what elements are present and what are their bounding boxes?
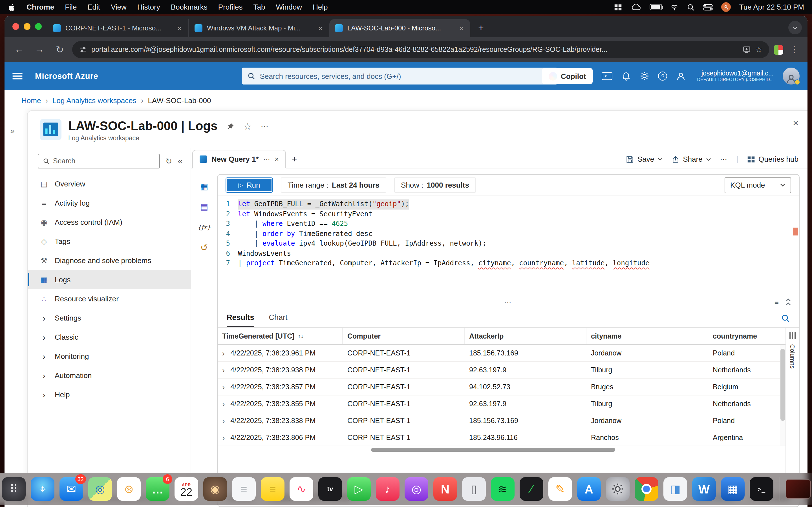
cloud-icon[interactable] <box>630 3 641 11</box>
sidebar-item-settings[interactable]: ›Settings <box>28 308 191 327</box>
sort-icon[interactable]: ↑↓ <box>298 333 304 339</box>
dock-word[interactable]: W <box>692 476 716 501</box>
portal-menu-icon[interactable] <box>12 73 22 79</box>
dock-activity[interactable]: ∿ <box>289 476 314 501</box>
save-button[interactable]: Save <box>626 155 663 163</box>
chrome-menu-icon[interactable]: ⋮ <box>788 45 801 55</box>
more-commands-icon[interactable]: ⋯ <box>720 155 727 163</box>
notifications-bell-icon[interactable] <box>622 71 631 81</box>
azure-brand[interactable]: Microsoft Azure <box>35 71 98 80</box>
horizontal-scrollbar[interactable] <box>218 447 785 453</box>
menubar-item[interactable]: Profiles <box>218 3 243 11</box>
editor-line[interactable]: 5 | evaluate ipv4_lookup(GeoIPDB_FULL, I… <box>218 239 799 249</box>
back-button[interactable]: ← <box>11 42 27 57</box>
row-expand-icon[interactable]: › <box>222 382 225 391</box>
collapse-sidebar-icon[interactable]: « <box>177 156 183 166</box>
menubar-item[interactable]: Chrome <box>27 3 54 11</box>
dock-news[interactable]: N <box>433 476 458 501</box>
run-button[interactable]: ▷Run <box>225 177 273 193</box>
kql-mode-select[interactable]: KQL mode <box>725 177 791 193</box>
sidebar-item-classic[interactable]: ›Classic <box>28 327 191 346</box>
menubar-item[interactable]: View <box>111 3 126 11</box>
account-avatar[interactable] <box>783 68 800 84</box>
editor-line[interactable]: 4 | order by TimeGenerated desc <box>218 229 799 239</box>
sidebar-item-resource-visualizer[interactable]: ∴Resource visualizer <box>28 289 191 308</box>
settings-gear-icon[interactable] <box>640 71 649 80</box>
sidebar-item-activity-log[interactable]: ≡Activity log <box>28 193 191 212</box>
browser-tab[interactable]: LAW-SOC-Lab-000 - Microso...× <box>329 19 470 37</box>
global-search[interactable] <box>242 68 558 84</box>
row-expand-icon[interactable]: › <box>222 399 225 408</box>
new-tab-button[interactable]: + <box>474 21 488 36</box>
editor-line[interactable]: 1let GeoIPDB_FULL = _GetWatchlist("geoip… <box>218 200 799 209</box>
row-expand-icon[interactable]: › <box>222 416 225 425</box>
sidebar-search[interactable] <box>38 154 160 168</box>
sidebar-item-help[interactable]: ›Help <box>28 385 191 404</box>
dock-chrome[interactable] <box>634 476 659 501</box>
column-header-5[interactable]: countryname <box>708 328 785 344</box>
dock-photos[interactable]: ⊛ <box>116 476 141 501</box>
tab-close-icon[interactable]: × <box>317 24 324 33</box>
hscroll-thumb[interactable] <box>371 448 615 452</box>
functions-icon[interactable]: {ƒx} <box>198 221 210 233</box>
table-row[interactable]: ›4/22/2025, 7:38:23.838 PMCORP-NET-EAST-… <box>218 412 785 429</box>
table-row[interactable]: ›4/22/2025, 7:38:23.806 PMCORP-NET-EAST-… <box>218 429 785 446</box>
dock-podcasts[interactable]: ◎ <box>404 476 429 501</box>
column-header-2[interactable]: Computer <box>343 328 465 344</box>
query-tab-menu-icon[interactable]: ⋯ <box>263 155 270 163</box>
global-search-input[interactable] <box>260 72 552 80</box>
breadcrumb-item[interactable]: LAW-SOC-Lab-000 <box>148 96 211 105</box>
menubar-item[interactable]: History <box>137 3 160 11</box>
dock-music[interactable]: ♪ <box>375 476 400 501</box>
sidebar-item-diagnose[interactable]: ⚒Diagnose and solve problems <box>28 251 191 270</box>
editor-line[interactable]: 2let WindowsEvents = SecurityEvent <box>218 209 799 219</box>
apple-menu-icon[interactable] <box>8 3 16 11</box>
query-tab[interactable]: New Query 1* ⋯ × <box>192 150 286 168</box>
menubar-clock[interactable]: Tue Apr 22 5:10 PM <box>739 3 804 11</box>
window-minimize-button[interactable] <box>24 23 31 30</box>
dock-screenshot-preview[interactable] <box>786 476 811 501</box>
column-header-1[interactable]: TimeGenerated [UTC]↑↓ <box>218 328 343 344</box>
editor-line[interactable]: 7| project TimeGenerated, Computer, Atta… <box>218 259 799 269</box>
dock-system-settings[interactable] <box>605 476 630 501</box>
refresh-icon[interactable]: ↻ <box>165 157 172 166</box>
spotlight-search-icon[interactable] <box>687 3 695 11</box>
columns-panel-toggle[interactable]: Columns <box>785 328 799 483</box>
control-center-icon[interactable] <box>703 4 713 10</box>
dock-iphone-mirroring[interactable]: ▯ <box>462 476 486 501</box>
dock-apple-tv[interactable]: tv <box>318 476 343 501</box>
sidebar-item-tags[interactable]: ◇Tags <box>28 231 191 251</box>
site-settings-icon[interactable] <box>79 46 87 54</box>
browser-tab[interactable]: CORP-NET-EAST-1 - Microso...× <box>47 19 188 37</box>
query-tab-close-icon[interactable]: × <box>274 155 279 163</box>
tab-close-icon[interactable]: × <box>176 24 183 33</box>
window-close-button[interactable] <box>12 23 19 30</box>
example-queries-icon[interactable]: ▤ <box>198 201 210 212</box>
dock-launchpad[interactable]: ⠿ <box>1 476 26 501</box>
queries-hub-button[interactable]: Queries hub <box>747 155 799 163</box>
account-info[interactable]: josephidowu1@gmail.c... DEFAULT DIRECTOR… <box>697 69 774 83</box>
favorite-star-icon[interactable]: ☆ <box>244 121 252 131</box>
editor-line[interactable]: 6WindowsEvents <box>218 249 799 259</box>
help-icon[interactable]: ? <box>658 71 667 80</box>
collapse-editor-icon[interactable] <box>785 298 791 306</box>
table-row[interactable]: ›4/22/2025, 7:38:23.857 PMCORP-NET-EAST-… <box>218 379 785 395</box>
row-expand-icon[interactable]: › <box>222 365 225 374</box>
menubar-item[interactable]: File <box>65 3 77 11</box>
table-row[interactable]: ›4/22/2025, 7:38:23.961 PMCORP-NET-EAST-… <box>218 345 785 362</box>
pin-icon[interactable] <box>227 122 235 130</box>
dock-stickies[interactable]: ≡ <box>260 476 285 501</box>
sidebar-item-logs[interactable]: ▦Logs <box>28 270 191 289</box>
dock-photo-booth[interactable]: ◉ <box>203 476 227 501</box>
new-query-tab-button[interactable]: + <box>292 154 297 165</box>
forward-button[interactable]: → <box>32 42 47 57</box>
reload-button[interactable]: ↻ <box>52 42 68 57</box>
tab-close-icon[interactable]: × <box>458 24 465 33</box>
sidebar-item-automation[interactable]: ›Automation <box>28 365 191 385</box>
wifi-icon[interactable] <box>670 3 678 11</box>
menubar-item[interactable]: Tab <box>253 3 265 11</box>
editor-resize-handle[interactable]: ⋯ <box>504 298 513 306</box>
url-text[interactable]: portal.azure.com/#@josephidowu1gmail.onm… <box>91 46 739 54</box>
sidebar-item-overview[interactable]: ▤Overview <box>28 174 191 193</box>
column-header-3[interactable]: AttackerIp <box>465 328 587 344</box>
